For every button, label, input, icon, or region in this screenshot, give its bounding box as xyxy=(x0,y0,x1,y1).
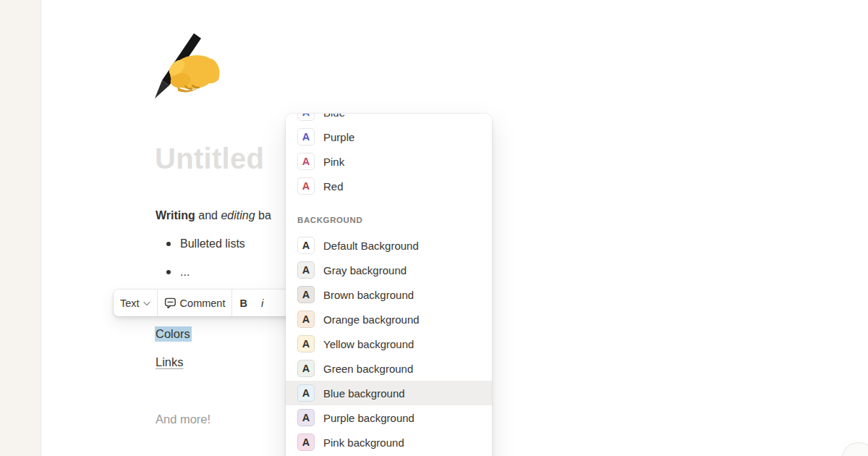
page-icon-writing-hand-emoji[interactable] xyxy=(150,28,226,103)
turn-into-dropdown[interactable]: Text xyxy=(114,290,157,316)
color-swatch-pink-text: A xyxy=(297,153,315,170)
swatch-gray-background: A xyxy=(297,261,315,279)
color-dropdown-menu: A Blue A Purple A Pink A Red BACKGROUND … xyxy=(286,114,492,456)
bold-button[interactable]: B xyxy=(232,290,254,316)
plain-text-tail: ba xyxy=(255,209,271,221)
links-link[interactable]: Links xyxy=(156,355,184,369)
swatch-blue-background: A xyxy=(297,384,315,402)
color-swatch-purple-text: A xyxy=(297,128,315,145)
bulleted-list: Bulleted lists ... xyxy=(156,236,245,292)
list-item[interactable]: ... xyxy=(156,264,245,279)
menu-item-purple-text[interactable]: A Purple xyxy=(286,124,492,149)
italic-text: editing xyxy=(221,209,255,221)
swatch-default-background: A xyxy=(297,237,315,254)
bold-text: Writing xyxy=(156,209,195,221)
menu-item-blue-text[interactable]: A Blue xyxy=(286,114,492,124)
help-button[interactable] xyxy=(842,442,868,456)
swatch-pink-background: A xyxy=(297,434,315,451)
formatting-toolbar: Text Comment B i xyxy=(114,290,306,316)
italic-button[interactable]: i xyxy=(255,290,270,316)
selected-text-block[interactable]: Colors xyxy=(155,327,192,341)
swatch-orange-background: A xyxy=(297,311,315,328)
menu-item-pink-background[interactable]: A Pink background xyxy=(286,430,492,455)
background-section-header: BACKGROUND xyxy=(286,214,492,227)
color-swatch-blue-text: A xyxy=(297,114,315,121)
menu-item-pink-text[interactable]: A Pink xyxy=(286,149,492,174)
text-selection-highlight: Colors xyxy=(155,326,192,342)
turn-into-label: Text xyxy=(120,297,140,309)
menu-item-default-background[interactable]: A Default Background xyxy=(286,233,492,258)
swatch-brown-background: A xyxy=(297,286,315,303)
notion-page: Untitled Writing and editing ba Bulleted… xyxy=(0,0,868,456)
menu-item-green-background[interactable]: A Green background xyxy=(286,356,492,381)
writing-hand-icon xyxy=(150,28,226,103)
menu-item-gray-background[interactable]: A Gray background xyxy=(286,258,492,282)
chevron-down-icon xyxy=(143,301,150,306)
swatch-green-background: A xyxy=(297,360,315,377)
plain-text: and xyxy=(195,209,221,221)
menu-item-brown-background[interactable]: A Brown background xyxy=(286,282,492,307)
menu-item-red-text[interactable]: A Red xyxy=(286,174,492,198)
menu-item-blue-background[interactable]: A Blue background xyxy=(286,381,492,405)
page-title[interactable]: Untitled xyxy=(155,143,264,175)
menu-item-orange-background[interactable]: A Orange background xyxy=(286,307,492,332)
footer-note[interactable]: And more! xyxy=(156,413,210,426)
comment-icon xyxy=(164,297,176,309)
menu-item-yellow-background[interactable]: A Yellow background xyxy=(286,332,492,356)
paragraph-block[interactable]: Writing and editing ba xyxy=(156,208,271,224)
swatch-purple-background: A xyxy=(297,409,315,426)
menu-item-purple-background[interactable]: A Purple background xyxy=(286,405,492,430)
swatch-yellow-background: A xyxy=(297,335,315,352)
collapsed-sidebar xyxy=(0,0,41,456)
comment-label: Comment xyxy=(180,297,226,309)
color-swatch-red-text: A xyxy=(297,177,315,195)
list-item[interactable]: Bulleted lists xyxy=(156,236,245,251)
comment-button[interactable]: Comment xyxy=(158,290,232,316)
